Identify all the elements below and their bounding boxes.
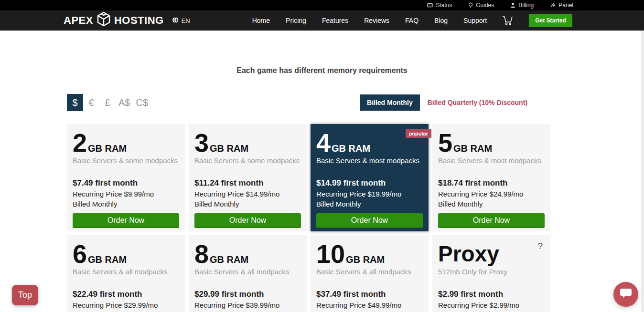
billing-cycle-label: Billed Monthly <box>73 199 179 209</box>
plan-description: Basic Servers & most modpacks <box>438 156 545 166</box>
plan-unit: GB RAM <box>332 143 370 154</box>
brand-left-text: APEX <box>64 14 93 27</box>
plan-pricing: $29.99 first month Recurring Price $39.9… <box>194 289 301 312</box>
nav-link-home[interactable]: Home <box>252 17 270 24</box>
plan-card-5gb: 5GB RAM Basic Servers & most modpacks $1… <box>432 124 550 231</box>
nav-link-pricing[interactable]: Pricing <box>286 17 306 24</box>
plan-pricing: $2.99 first month Recurring Price $2.99/… <box>438 289 545 312</box>
plan-description: Basic Servers & all modpacks <box>316 267 423 277</box>
plan-unit: GB RAM <box>88 254 127 265</box>
first-month-price: $11.24 first month <box>194 177 301 189</box>
plan-pricing: $11.24 first month Recurring Price $14.9… <box>194 177 301 209</box>
brand-logo[interactable]: APEX HOSTING <box>64 11 164 30</box>
plan-description: Basic Servers & all modpacks <box>194 267 301 277</box>
plan-description: Basic Servers & some modpacks <box>73 156 179 166</box>
plan-card-2gb: 2GB RAM Basic Servers & some modpacks $7… <box>67 124 185 231</box>
plan-size: 10 <box>316 239 345 268</box>
billing-cycle-label: Billed Monthly <box>438 199 545 209</box>
nav-link-faq[interactable]: FAQ <box>405 17 419 24</box>
topbar-link-label: Panel <box>558 2 573 9</box>
billing-cycle-label: Billed Monthly <box>316 199 423 209</box>
first-month-price: $14.99 first month <box>316 177 423 189</box>
recurring-price: Recurring Price $39.99/mo <box>194 300 301 310</box>
topbar-link-label: Status <box>436 2 452 9</box>
plan-size: 6 <box>73 239 87 268</box>
plan-pricing: $7.49 first month Recurring Price $9.99/… <box>73 177 179 209</box>
first-month-price: $22.49 first month <box>73 289 179 300</box>
plan-unit: GB RAM <box>210 254 248 265</box>
plan-description: 512mb Only for Proxy <box>438 267 545 277</box>
billing-toggle: Billed Monthly Billed Quarterly (10% Dis… <box>360 94 527 111</box>
first-month-price: $2.99 first month <box>438 289 545 300</box>
plan-title: Proxy <box>438 242 545 266</box>
plan-size: Proxy <box>438 241 499 266</box>
billing-icon <box>510 2 515 8</box>
guides-icon <box>468 2 473 8</box>
cart-icon[interactable] <box>502 15 513 26</box>
topbar-link-panel[interactable]: Panel <box>550 2 573 9</box>
popular-badge: popular <box>406 129 431 138</box>
plan-card-proxy: ? Proxy 512mb Only for Proxy $2.99 first… <box>432 235 550 312</box>
plan-description: Basic Servers & all modpacks <box>73 267 179 277</box>
plan-unit: GB RAM <box>210 143 248 154</box>
brand-right-text: HOSTING <box>114 14 164 27</box>
billing-cycle-label: Billed Monthly <box>194 310 301 312</box>
plan-card-10gb: 10GB RAM Basic Servers & all modpacks $3… <box>311 235 429 312</box>
recurring-price: Recurring Price $9.99/mo <box>73 189 179 199</box>
first-month-price: $29.99 first month <box>194 289 301 300</box>
plan-pricing: $37.49 first month Recurring Price $49.9… <box>316 289 423 312</box>
currency-option-usd[interactable]: $ <box>67 94 83 111</box>
nav-link-blog[interactable]: Blog <box>434 17 448 24</box>
plan-card-8gb: 8GB RAM Basic Servers & all modpacks $29… <box>189 235 307 312</box>
plan-card-3gb: 3GB RAM Basic Servers & some modpacks $1… <box>189 124 307 231</box>
first-month-price: $18.74 first month <box>438 177 545 189</box>
plan-size: 8 <box>194 239 209 268</box>
back-to-top-button[interactable]: Top <box>12 285 38 305</box>
order-now-button[interactable]: Order Now <box>73 213 179 228</box>
topbar-link-label: Billing <box>518 2 534 9</box>
status-icon <box>427 2 433 8</box>
language-label: EN <box>182 17 190 24</box>
first-month-price: $7.49 first month <box>73 177 179 189</box>
recurring-price: Recurring Price $29.99/mo <box>73 300 179 310</box>
plan-title: 5GB RAM <box>438 131 545 155</box>
currency-option-eur[interactable]: € <box>83 94 99 111</box>
currency-option-aud[interactable]: A$ <box>116 94 133 111</box>
plan-unit: GB RAM <box>88 143 127 154</box>
language-selector[interactable]: EN <box>172 16 190 25</box>
billing-cycle-label: Billed Monthly <box>73 310 179 312</box>
currency-option-cad[interactable]: C$ <box>133 94 151 111</box>
topbar-link-guides[interactable]: Guides <box>468 2 494 9</box>
plan-title: 10GB RAM <box>316 242 423 266</box>
recurring-price: Recurring Price $24.99/mo <box>438 189 545 199</box>
billed-quarterly-toggle[interactable]: Billed Quarterly (10% Discount) <box>428 99 527 106</box>
panel-icon <box>550 2 556 8</box>
live-chat-button[interactable] <box>613 282 638 307</box>
page-title: Each game has different memory requireme… <box>0 66 644 75</box>
plan-pricing: $22.49 first month Recurring Price $29.9… <box>73 289 179 312</box>
scrollbar-track[interactable] <box>641 31 644 312</box>
order-now-button[interactable]: Order Now <box>316 213 423 228</box>
topbar-link-status[interactable]: Status <box>427 2 452 9</box>
nav-link-features[interactable]: Features <box>322 17 348 24</box>
order-now-button[interactable]: Order Now <box>194 213 301 228</box>
nav-link-reviews[interactable]: Reviews <box>364 17 389 24</box>
order-now-button[interactable]: Order Now <box>438 213 545 228</box>
utility-topbar: Status Guides Billing Panel <box>0 0 644 10</box>
get-started-button[interactable]: Get Started <box>529 14 572 27</box>
plans-grid: 2GB RAM Basic Servers & some modpacks $7… <box>67 124 550 312</box>
plan-title: 6GB RAM <box>73 242 179 266</box>
plan-unit: GB RAM <box>346 254 385 265</box>
topbar-link-billing[interactable]: Billing <box>510 2 534 9</box>
nav-links: Home Pricing Features Reviews FAQ Blog S… <box>252 17 487 24</box>
cube-logo-icon <box>97 11 111 30</box>
plan-title: 3GB RAM <box>194 131 301 155</box>
proxy-help-icon[interactable]: ? <box>537 241 543 251</box>
plan-title: 2GB RAM <box>73 131 179 155</box>
plan-size: 4 <box>316 128 331 157</box>
first-month-price: $37.49 first month <box>316 289 423 300</box>
nav-link-support[interactable]: Support <box>463 17 487 24</box>
billed-monthly-toggle[interactable]: Billed Monthly <box>360 94 420 111</box>
controls-row: $ € £ A$ C$ Billed Monthly Billed Quarte… <box>67 94 550 111</box>
currency-option-gbp[interactable]: £ <box>99 94 116 111</box>
